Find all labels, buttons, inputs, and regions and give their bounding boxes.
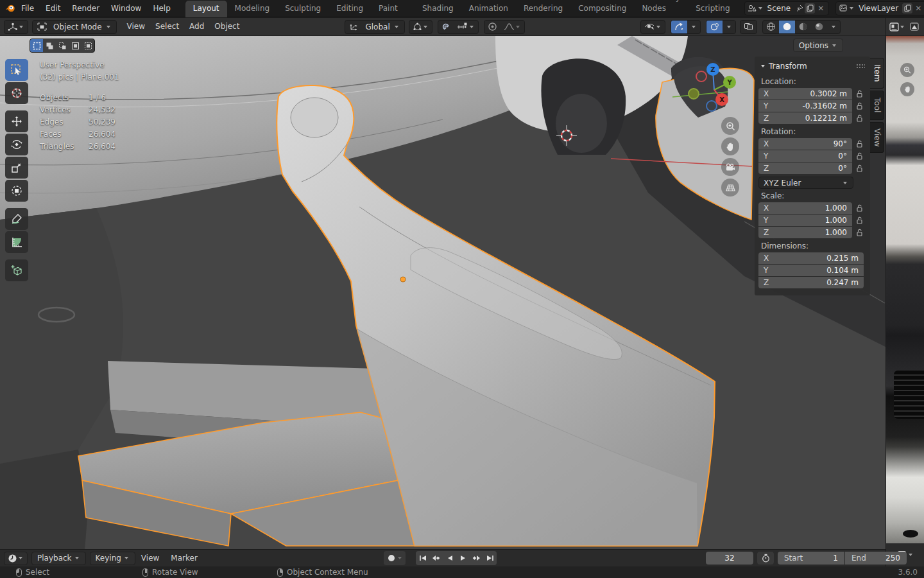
image-editor-type-chevron[interactable]: [900, 26, 904, 28]
options-dropdown[interactable]: Options: [793, 39, 843, 52]
menu-view[interactable]: View: [122, 18, 150, 35]
mode-dropdown[interactable]: Object Mode: [32, 20, 117, 34]
menu-select[interactable]: Select: [150, 18, 184, 35]
tool-select-box[interactable]: [5, 59, 28, 81]
image-zoom-button[interactable]: [900, 63, 914, 77]
shading-solid-button[interactable]: [779, 21, 795, 33]
timeline-marker-menu[interactable]: Marker: [165, 554, 203, 563]
workspace-tab-sculpting[interactable]: Sculpting: [277, 1, 329, 17]
lock-icon[interactable]: [852, 114, 866, 122]
prev-keyframe-button[interactable]: [429, 551, 443, 565]
scene-browse-chevron[interactable]: [758, 7, 762, 10]
scene-name[interactable]: Scene: [764, 4, 795, 13]
scene-icon[interactable]: [747, 3, 757, 13]
menu-add[interactable]: Add: [184, 18, 209, 35]
lock-icon[interactable]: [852, 204, 866, 212]
location-y-field[interactable]: Y-0.31602 m: [758, 100, 852, 112]
image-editor-type-button[interactable]: [889, 22, 899, 32]
record-button[interactable]: [388, 555, 395, 561]
dimensions-z-field[interactable]: Z0.247 m: [758, 277, 864, 288]
tool-rotate[interactable]: [5, 134, 28, 155]
location-z-field[interactable]: Z0.12212 m: [758, 112, 852, 124]
rotation-x-field[interactable]: X90°: [758, 138, 852, 150]
perspective-toggle-button[interactable]: [721, 179, 739, 197]
scale-x-field[interactable]: X1.000: [758, 202, 852, 214]
timeline-view-menu[interactable]: View: [135, 554, 165, 563]
dimensions-y-field[interactable]: Y0.104 m: [758, 265, 864, 276]
show-overlays-toggle[interactable]: [706, 21, 723, 33]
gizmo-negy-ball[interactable]: [689, 89, 699, 99]
blender-logo-icon[interactable]: [5, 3, 15, 13]
shading-wireframe-button[interactable]: [763, 21, 779, 33]
shading-material-button[interactable]: [795, 21, 811, 33]
workspace-tab-geometry-nodes[interactable]: Geometry Nodes: [634, 0, 688, 17]
sidebar-tab-tool[interactable]: Tool: [870, 91, 884, 120]
image-pan-button[interactable]: [900, 82, 914, 96]
visibility-dropdown[interactable]: [640, 20, 665, 34]
snap-toggle[interactable]: [438, 21, 454, 33]
zoom-view-button[interactable]: [721, 117, 739, 135]
rotation-y-field[interactable]: Y0°: [758, 150, 852, 162]
sidebar-tab-item[interactable]: Item: [870, 58, 884, 89]
scale-y-field[interactable]: Y1.000: [758, 215, 852, 226]
pan-view-button[interactable]: [721, 137, 739, 155]
rotation-mode-dropdown[interactable]: XYZ Euler: [758, 177, 853, 189]
workspace-tab-rendering[interactable]: Rendering: [516, 1, 570, 17]
viewport-3d[interactable]: Z Y X Options: [0, 36, 886, 549]
start-frame-field[interactable]: Start 1: [778, 552, 844, 565]
select-invert-button[interactable]: [69, 39, 81, 52]
panel-collapse-chevron[interactable]: [761, 65, 765, 67]
lock-icon[interactable]: [852, 152, 866, 160]
play-reverse-button[interactable]: [443, 551, 456, 565]
proportional-editing-toggle[interactable]: [484, 21, 501, 33]
menu-render[interactable]: Render: [66, 0, 105, 17]
gizmo-settings-dropdown[interactable]: [687, 21, 700, 33]
workspace-tab-shading[interactable]: Shading: [415, 1, 461, 17]
lock-icon[interactable]: [852, 216, 866, 224]
jump-to-start-button[interactable]: [416, 551, 429, 565]
snap-settings-dropdown[interactable]: [454, 21, 478, 33]
remove-viewlayer-icon[interactable]: ✕: [912, 4, 924, 13]
gizmo-negx-ball[interactable]: [696, 71, 706, 82]
unlink-scene-icon[interactable]: ✕: [815, 4, 826, 13]
workspace-tab-scripting[interactable]: Scripting: [688, 1, 737, 17]
play-button[interactable]: [456, 551, 470, 565]
new-viewlayer-copy-icon[interactable]: [902, 3, 912, 13]
pin-icon[interactable]: [794, 3, 805, 13]
lock-icon[interactable]: [852, 164, 866, 172]
viewlayer-browse-chevron[interactable]: [850, 7, 853, 10]
workspace-tab-modeling[interactable]: Modeling: [227, 1, 278, 17]
tool-annotate[interactable]: [5, 208, 28, 230]
current-frame-field[interactable]: 32: [706, 552, 753, 565]
keying-set-chevron[interactable]: [398, 557, 402, 559]
shading-settings-dropdown[interactable]: [827, 21, 840, 33]
jump-to-end-button[interactable]: [483, 551, 497, 565]
workspace-tab-compositing[interactable]: Compositing: [570, 1, 634, 17]
location-x-field[interactable]: X0.3002 m: [758, 88, 852, 100]
panel-grip-icon[interactable]: [856, 64, 865, 69]
viewlayer-name[interactable]: ViewLayer: [855, 4, 902, 13]
camera-view-button[interactable]: [721, 158, 739, 176]
select-set-button[interactable]: [30, 39, 43, 52]
menu-edit[interactable]: Edit: [40, 0, 66, 17]
viewlayer-icon[interactable]: [838, 3, 848, 13]
menu-help[interactable]: Help: [147, 0, 176, 17]
transform-orientation-dropdown[interactable]: Global: [345, 20, 404, 34]
scale-z-field[interactable]: Z1.000: [758, 227, 852, 238]
reference-photo[interactable]: [886, 36, 924, 543]
new-scene-copy-icon[interactable]: [805, 3, 815, 13]
tool-measure[interactable]: [5, 231, 28, 253]
select-extend-button[interactable]: [43, 39, 56, 52]
dimensions-x-field[interactable]: X0.215 m: [758, 252, 864, 264]
lock-icon[interactable]: [852, 140, 866, 148]
menu-window[interactable]: Window: [105, 0, 147, 17]
xray-toggle[interactable]: [740, 20, 757, 34]
keying-menu[interactable]: Keying: [90, 552, 135, 565]
tool-move[interactable]: [5, 110, 28, 132]
playback-menu[interactable]: Playback: [31, 552, 86, 565]
editor-type-button[interactable]: [4, 20, 28, 34]
tool-cursor[interactable]: [5, 82, 28, 104]
menu-file[interactable]: File: [15, 0, 40, 17]
image-datablock-icon[interactable]: [909, 22, 920, 32]
workspace-tab-animation[interactable]: Animation: [461, 1, 516, 17]
